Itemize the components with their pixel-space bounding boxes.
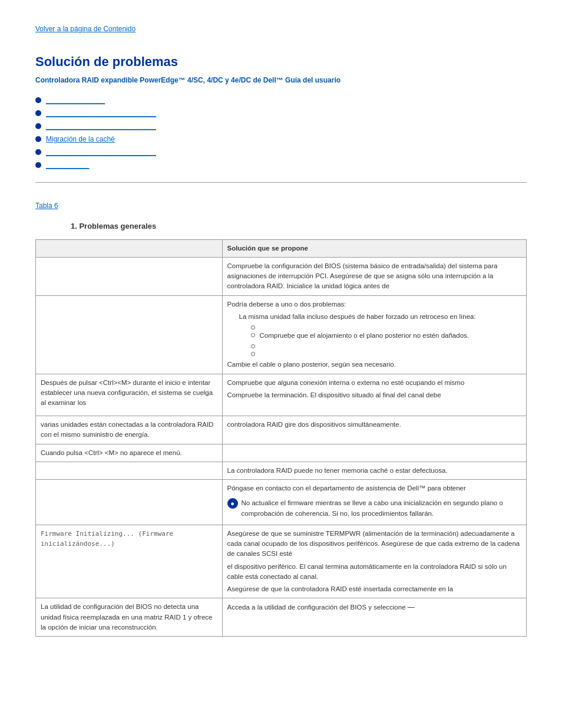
toc-item-3: ____________________________ [35, 121, 527, 131]
solution-cell: Compruebe que alguna conexión interna o … [222, 374, 526, 416]
bullet-icon [35, 123, 41, 129]
toc-link-4[interactable]: Migración de la caché [46, 134, 115, 144]
table-row: Compruebe la configuración del BIOS (sis… [36, 257, 527, 295]
table-row: Después de pulsar <Ctrl><M> durante el i… [36, 374, 527, 416]
problem-cell: Después de pulsar <Ctrl><M> durante el i… [36, 374, 223, 416]
solution-text: Compruebe la configuración del BIOS (sis… [227, 262, 498, 290]
solution-bullet-row [251, 323, 521, 330]
problem-cell [36, 257, 223, 295]
toc-link-5[interactable]: ____________________________ [46, 147, 156, 157]
solution-text: Compruebe que alguna conexión interna o … [227, 378, 521, 388]
top-link[interactable]: Volver a la página de Contenido [35, 24, 527, 34]
table-row: Cuando pulsa <Ctrl> <M> no aparece el me… [36, 444, 527, 462]
solution-subtext: La misma unidad falla incluso después de… [239, 312, 521, 322]
table-row: Podría deberse a uno o dos problemas: La… [36, 295, 527, 374]
note-block: ● No actualice el firmware mientras se l… [227, 498, 521, 519]
bullet-text: Compruebe que el alojamiento o el plano … [260, 331, 469, 341]
solution-cell: La controladora RAID puede no tener memo… [222, 462, 526, 479]
solution-cell: Asegúrese de que se suministre TERMPWR (… [222, 525, 526, 598]
problem-cell: Firmware Initializing... (Firmware inici… [36, 525, 223, 598]
circle-bullet-icon [251, 325, 255, 330]
em-dash: — [408, 603, 415, 611]
solution-text: Acceda a la utilidad de configuración de… [227, 604, 406, 611]
circle-bullet-icon [251, 333, 255, 337]
page-title: Solución de problemas [35, 52, 527, 71]
solution-cell: Acceda a la utilidad de configuración de… [222, 598, 526, 637]
solution-cell: Compruebe la configuración del BIOS (sis… [222, 257, 526, 295]
circle-bullet-icon [251, 352, 255, 356]
note-row: ● No actualice el firmware mientras se l… [227, 498, 521, 519]
note-icon: ● [227, 498, 238, 509]
solution-text: Cambie el cable o plano posterior, según… [227, 360, 521, 370]
bullet-icon [35, 162, 41, 168]
bullet-icon [35, 110, 41, 116]
toc-item-6: ___________ [35, 160, 527, 170]
problem-cell [36, 462, 223, 479]
toc-item-5: ____________________________ [35, 147, 527, 157]
toc-link-2[interactable]: ____________________________ [46, 108, 156, 118]
section-title: 1. Problemas generales [71, 220, 527, 232]
solution-cell: controladora RAID gire dos dispositivos … [222, 416, 526, 444]
problem-cell [36, 480, 223, 525]
bullet-icon [35, 97, 41, 103]
solution-text: Póngase en contacto con el departamento … [227, 483, 521, 493]
bullet-icon [35, 149, 41, 155]
toc-link-1[interactable]: _______________ [46, 95, 105, 106]
solution-bullet-row [251, 350, 521, 356]
circle-bullet-icon [251, 344, 255, 348]
firmware-text: Firmware Initializing... (Firmware inici… [41, 530, 173, 548]
page-header: Solución de problemas Controladora RAID … [35, 52, 527, 85]
note-text: No actualice el firmware mientras se lle… [242, 498, 521, 519]
table-row: Póngase en contacto con el departamento … [36, 480, 527, 525]
bullet-icon [35, 136, 41, 142]
problem-cell: La utilidad de configuración del BIOS no… [36, 598, 223, 637]
solution-list-item: el dispositivo periférico. El canal term… [227, 562, 521, 582]
problem-cell: Cuando pulsa <Ctrl> <M> no aparece el me… [36, 444, 223, 462]
section-divider [35, 182, 527, 183]
solution-cell: Póngase en contacto con el departamento … [222, 480, 526, 525]
problems-table: Solución que se propone Compruebe la con… [35, 239, 527, 637]
table-row: La controladora RAID puede no tener memo… [36, 462, 527, 479]
back-to-content-link[interactable]: Volver a la página de Contenido [35, 25, 135, 33]
solution-cell: Podría deberse a uno o dos problemas: La… [222, 295, 526, 374]
toc-link-3[interactable]: ____________________________ [46, 121, 156, 131]
page-subtitle: Controladora RAID expandible PowerEdge™ … [35, 75, 527, 85]
solution-text: Podría deberse a uno o dos problemas: [227, 299, 521, 309]
table-link[interactable]: Tabla 6 [35, 200, 527, 211]
table-row: La utilidad de configuración del BIOS no… [36, 598, 527, 637]
table-header-row: Solución que se propone [36, 239, 527, 257]
solution-bullet-row: Compruebe que el alojamiento o el plano … [251, 331, 521, 341]
solution-list-item: Asegúrese de que se suministre TERMPWR (… [227, 529, 521, 559]
solution-list-item: Asegúrese de que la controladora RAID es… [227, 584, 521, 594]
table-row: varias unidades están conectadas a la co… [36, 416, 527, 444]
toc-link-6[interactable]: ___________ [46, 160, 89, 170]
solution-bullet-row [251, 342, 521, 348]
solution-cell [222, 444, 526, 462]
solution-text: Compruebe la terminación. El dispositivo… [227, 390, 521, 400]
col-header-problem [36, 239, 223, 257]
toc-item-1: _______________ [35, 95, 527, 106]
table-of-contents: _______________ ________________________… [35, 95, 527, 170]
problem-cell: varias unidades están conectadas a la co… [36, 416, 223, 444]
table-row: Firmware Initializing... (Firmware inici… [36, 525, 527, 598]
col-header-solution: Solución que se propone [222, 239, 526, 257]
toc-item-2: ____________________________ [35, 108, 527, 118]
toc-item-4: Migración de la caché [35, 134, 527, 144]
problem-cell [36, 295, 223, 374]
